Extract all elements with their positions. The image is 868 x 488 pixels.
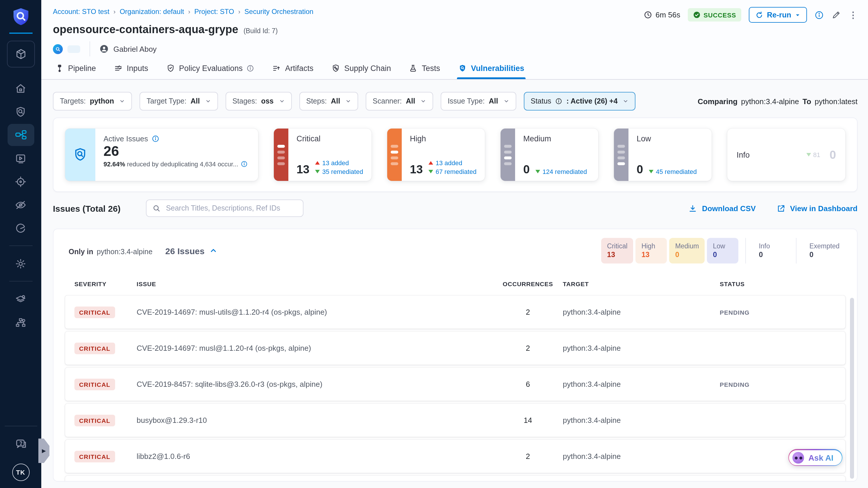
issues-panel: Only in python:3.4-alpine 26 Issues Crit… <box>53 228 858 482</box>
medium-remediated-link[interactable]: 124 remediated <box>535 168 587 175</box>
sidebar-item-default-settings[interactable] <box>7 288 34 310</box>
breadcrumb-module[interactable]: Security Orchestration <box>245 7 313 16</box>
col-target: TARGET <box>563 280 720 287</box>
severity-summary-chips: Critical13 High13 Medium0 Low0 Info0 <box>601 238 845 264</box>
collapse-arrow-icon: ▶ <box>42 448 46 454</box>
rerun-button[interactable]: Re-run <box>749 7 807 23</box>
eye-off-icon <box>14 199 27 211</box>
tab-pipeline[interactable]: Pipeline <box>54 59 97 79</box>
breadcrumb-org[interactable]: Organization: default <box>120 7 184 16</box>
download-csv-button[interactable]: Download CSV <box>689 204 756 213</box>
clock-icon <box>644 10 653 19</box>
sidebar-item-help[interactable] <box>7 433 34 455</box>
sidebar-item-executions[interactable] <box>7 147 34 169</box>
issues-section-title: Issues (Total 26) <box>53 203 121 213</box>
chevron-down-icon <box>420 98 426 104</box>
severity-badge: CRITICAL <box>74 378 115 390</box>
issue-row[interactable]: CRITICAL CVE-2019-14697: musl-utils@1.1.… <box>65 296 845 329</box>
filter-targets[interactable]: Targets:python <box>53 92 132 111</box>
chip-medium[interactable]: Medium0 <box>670 238 705 264</box>
sidebar-item-settings[interactable] <box>7 252 34 275</box>
critical-added-link[interactable]: 13 added <box>315 159 363 166</box>
filter-scanner[interactable]: Scanner:All <box>366 92 433 111</box>
medium-title: Medium <box>523 134 594 143</box>
sidebar-item-exemptions[interactable] <box>7 194 34 216</box>
low-remediated-link[interactable]: 45 remediated <box>649 168 697 175</box>
info-icon <box>247 65 254 72</box>
filter-steps[interactable]: Steps:All <box>299 92 358 111</box>
tab-vulnerabilities[interactable]: Vulnerabilities <box>457 59 526 79</box>
search-icon <box>153 204 161 212</box>
sidebar-item-overview[interactable] <box>7 217 34 239</box>
module-selector-button[interactable] <box>7 41 35 67</box>
filter-target-type[interactable]: Target Type:All <box>140 92 218 111</box>
issues-search[interactable] <box>146 200 304 217</box>
download-icon <box>689 204 698 213</box>
issue-row[interactable]: CRITICAL libbz2@1.0.6-r6 2 python:3.4-al… <box>65 440 845 473</box>
sidebar-item-pipelines[interactable] <box>7 124 34 146</box>
sidebar-item-scans[interactable] <box>7 101 34 123</box>
sidebar-item-targets[interactable] <box>7 171 34 192</box>
issues-rows: CRITICAL CVE-2019-14697: musl-utils@1.1.… <box>65 296 845 482</box>
critical-card[interactable]: Critical 13 13 added 35 remediated <box>274 128 372 181</box>
filter-stages[interactable]: Stages:oss <box>225 92 291 111</box>
sidebar-item-org-hierarchy[interactable] <box>7 311 34 333</box>
triangle-down-icon <box>315 170 320 173</box>
caret-down-icon <box>795 12 801 18</box>
critical-remediated-link[interactable]: 35 remediated <box>315 168 363 175</box>
user-avatar[interactable]: TK <box>12 464 29 481</box>
edit-pipeline-icon[interactable] <box>831 10 841 20</box>
breadcrumb-account[interactable]: Account: STO test <box>53 7 109 16</box>
filter-status[interactable]: Status : Active (26) +4 <box>524 92 636 111</box>
info-icon[interactable] <box>151 135 159 143</box>
critical-severity-gauge-icon <box>274 128 288 181</box>
high-card[interactable]: High 13 13 added 67 remediated <box>387 128 485 181</box>
chip-low[interactable]: Low0 <box>707 238 738 264</box>
medium-card[interactable]: Medium 0 124 remediated <box>501 128 598 181</box>
view-in-dashboard-button[interactable]: View in Dashboard <box>777 204 858 213</box>
triangle-down-icon <box>535 170 540 173</box>
breadcrumb-project[interactable]: Project: STO <box>194 7 234 16</box>
ask-ai-button[interactable]: Ask AI <box>788 449 842 466</box>
filter-issue-type[interactable]: Issue Type:All <box>441 92 516 111</box>
tab-supply-chain[interactable]: Supply Chain <box>330 59 392 79</box>
left-sidebar: TK <box>0 0 41 488</box>
issue-row[interactable]: CRITICAL CVE-2019-14697: musl@1.1.20-r4 … <box>65 332 845 365</box>
chip-exempted[interactable]: Exempted0 <box>803 238 845 264</box>
more-options-icon[interactable]: ⋮ <box>849 10 858 19</box>
build-id: (Build Id: 7) <box>244 27 278 34</box>
chip-info[interactable]: Info0 <box>753 238 789 264</box>
high-severity-gauge-icon <box>387 128 402 181</box>
triangle-down-icon <box>806 153 811 156</box>
low-card[interactable]: Low 0 45 remediated <box>614 128 712 181</box>
tab-tests[interactable]: Tests <box>408 59 441 79</box>
high-added-link[interactable]: 13 added <box>429 159 477 166</box>
issue-row[interactable]: CRITICAL libcrypto1.1@1.1.1a-r1 50 pytho… <box>65 476 845 482</box>
filters-row: Targets:python Target Type:All Stages:os… <box>53 92 858 111</box>
search-input[interactable] <box>165 204 298 213</box>
issue-row[interactable]: CRITICAL CVE-2019-8457: sqlite-libs@3.26… <box>65 368 845 401</box>
harness-sto-logo-icon[interactable] <box>11 7 31 27</box>
info-card[interactable]: Info 81 0 <box>727 128 845 181</box>
chip-high[interactable]: High13 <box>636 238 667 264</box>
status-badge: SUCCESS <box>688 8 741 22</box>
issue-row[interactable]: CRITICAL busybox@1.29.3-r10 14 python:3.… <box>65 404 845 437</box>
low-title: Low <box>637 134 707 143</box>
tab-inputs[interactable]: Inputs <box>113 59 149 79</box>
sidebar-item-home[interactable] <box>7 78 34 99</box>
tab-artifacts[interactable]: Artifacts <box>271 59 315 79</box>
active-issues-card[interactable]: Active Issues 26 92.64% reduced by dedup… <box>65 128 258 181</box>
logo-underline <box>9 33 32 34</box>
vertical-divider <box>90 41 90 56</box>
info-icon[interactable] <box>241 161 248 168</box>
critical-title: Critical <box>297 134 367 143</box>
execution-info-icon[interactable] <box>814 10 824 20</box>
help-chat-icon <box>14 437 27 450</box>
vertical-scrollbar[interactable] <box>850 298 854 479</box>
medium-count: 0 <box>523 163 530 175</box>
chip-critical[interactable]: Critical13 <box>601 238 633 264</box>
high-remediated-link[interactable]: 67 remediated <box>429 168 477 175</box>
tab-policy-evaluations[interactable]: Policy Evaluations <box>165 59 255 79</box>
supply-chain-shield-icon <box>331 64 340 73</box>
collapse-group-icon[interactable] <box>209 247 217 255</box>
